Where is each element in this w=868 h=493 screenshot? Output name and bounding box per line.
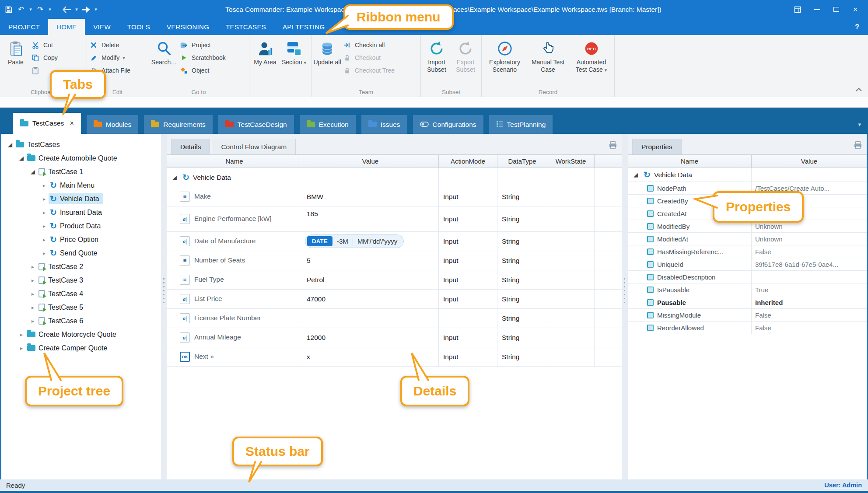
collapse-ribbon-icon[interactable]: [856, 85, 862, 93]
detail-row-license-plate-number[interactable]: a|License Plate Number String: [167, 309, 622, 328]
checkout-tree-button[interactable]: Checkout Tree: [342, 66, 395, 75]
forward-dropdown-icon[interactable]: ▾: [93, 3, 98, 16]
copy-button[interactable]: Copy: [31, 53, 58, 63]
doc-tab-requirements[interactable]: Requirements: [144, 115, 213, 134]
tree-item-send-quote[interactable]: ▸ ↻Send Quote: [1, 246, 161, 260]
cut-button[interactable]: Cut: [31, 40, 58, 50]
import-subset-button[interactable]: Import Subset: [423, 37, 451, 73]
ribbon-tab-versioning[interactable]: VERSIONING: [158, 19, 217, 35]
expander-icon[interactable]: ▸: [40, 196, 49, 202]
tree-item-main-menu[interactable]: ▸ ↻Main Menu: [1, 178, 161, 192]
expander-icon[interactable]: ▸: [40, 182, 49, 189]
expander-icon[interactable]: ▸: [17, 345, 26, 351]
properties-group-row[interactable]: ◢ ↻ Vehicle Data: [628, 168, 867, 182]
checkin-all-button[interactable]: Checkin all: [342, 40, 395, 50]
detail-row-fuel-type[interactable]: ≡Fuel Type Petrol Input String: [167, 270, 622, 290]
exploratory-scenario-button[interactable]: Exploratory Scenario: [483, 37, 526, 73]
tree-item-create-camper-quote[interactable]: ▸ Create Camper Quote: [1, 341, 161, 355]
expander-icon[interactable]: ◢: [17, 155, 26, 161]
property-row-ispausable[interactable]: IsPausable True: [628, 283, 867, 296]
expander-icon[interactable]: ▸: [40, 237, 49, 243]
tree-item-vehicle-data[interactable]: ▸ ↻Vehicle Data: [1, 192, 161, 206]
section-button[interactable]: Section ▾: [280, 37, 308, 66]
detail-row-engine-performance[interactable]: a|Engine Performance [kW] 185 Input Stri…: [167, 206, 622, 232]
property-row-reorderallowed[interactable]: ReorderAllowed False: [628, 322, 867, 334]
ribbon-tab-project[interactable]: PROJECT: [0, 19, 48, 35]
automated-test-case-button[interactable]: REC Automated Test Case ▾: [570, 37, 612, 73]
expander-icon[interactable]: ▸: [17, 332, 26, 338]
doc-tab-configurations[interactable]: Configurations: [413, 115, 483, 134]
goto-project-button[interactable]: Project: [179, 40, 226, 50]
expander-icon[interactable]: ▸: [40, 223, 49, 229]
update-all-button[interactable]: Update all: [313, 37, 341, 66]
tree-item-price-option[interactable]: ▸ ↻Price Option: [1, 233, 161, 246]
export-subset-button[interactable]: Export Subset: [452, 37, 480, 73]
property-row-disableddescription[interactable]: DisabledDescription: [628, 271, 867, 283]
expander-icon[interactable]: ◢: [6, 141, 14, 148]
date-button[interactable]: DATE: [307, 236, 332, 246]
expander-icon[interactable]: ▸: [40, 250, 49, 256]
expander-icon[interactable]: ◢: [28, 168, 37, 175]
detail-row-date-of-manufacture[interactable]: a|Date of Manufacture DATE -3M MM'/'dd'/…: [167, 232, 622, 251]
status-user-link[interactable]: User: Admin: [824, 482, 862, 489]
doc-tab-issues[interactable]: Issues: [361, 115, 407, 134]
print-icon[interactable]: [854, 141, 862, 151]
tree-item-product-data[interactable]: ▸ ↻Product Data: [1, 219, 161, 233]
ribbon-tab-tools[interactable]: TOOLS: [119, 19, 158, 35]
undo-dropdown-icon[interactable]: ▾: [28, 3, 33, 16]
tree-item-create-automobile-quote[interactable]: ◢ Create Automobile Quote: [1, 151, 161, 165]
detail-row-make[interactable]: ≡Make BMW Input String: [167, 187, 622, 206]
back-icon[interactable]: [62, 3, 72, 16]
property-row-modifiedat[interactable]: ModifiedAt Unknown: [628, 233, 867, 245]
property-row-hasmissingreferences[interactable]: HasMissingReferenc... False: [628, 245, 867, 258]
property-row-pausable[interactable]: Pausable Inherited: [628, 296, 867, 309]
tree-item-testcase-5[interactable]: ▸ TestCase 5: [1, 301, 161, 314]
back-dropdown-icon[interactable]: ▾: [74, 3, 79, 16]
details-group-row[interactable]: ◢ ↻ Vehicle Data: [167, 168, 622, 187]
expander-icon[interactable]: ▸: [28, 291, 37, 297]
expander-icon[interactable]: ▸: [28, 264, 37, 270]
modify-button[interactable]: Modify ▾: [89, 53, 130, 63]
tree-item-testcase-6[interactable]: ▸ TestCase 6: [1, 314, 161, 328]
checkout-button[interactable]: Checkout: [342, 53, 395, 63]
detail-row-annual-mileage[interactable]: a|Annual Mileage 12000 Input String: [167, 328, 622, 347]
help-icon[interactable]: ?: [846, 19, 868, 35]
expander-icon[interactable]: ▸: [28, 277, 37, 283]
tree-item-testcase-4[interactable]: ▸ TestCase 4: [1, 287, 161, 301]
ribbon-tab-home[interactable]: HOME: [48, 19, 85, 35]
tab-list-dropdown-icon[interactable]: ▾: [858, 121, 861, 128]
tab-control-flow-diagram[interactable]: Control Flow Diagram: [212, 139, 296, 154]
save-icon[interactable]: [4, 3, 14, 16]
detail-row-next[interactable]: OKNext » x Input String: [167, 347, 622, 367]
expander-icon[interactable]: ▸: [28, 304, 37, 311]
maximize-icon[interactable]: [827, 3, 845, 16]
tab-details[interactable]: Details: [171, 139, 210, 154]
date-widget[interactable]: DATE -3M MM'/'dd'/'yyyy: [305, 234, 404, 248]
forward-icon[interactable]: [81, 3, 91, 16]
detail-row-number-of-seats[interactable]: ≡Number of Seats 5 Input String: [167, 251, 622, 270]
expander-icon[interactable]: ◢: [170, 174, 179, 181]
expander-icon[interactable]: ▸: [28, 318, 37, 324]
ribbon-tab-view[interactable]: VIEW: [85, 19, 119, 35]
layout-icon[interactable]: [788, 3, 807, 16]
doc-tab-testplanning[interactable]: TestPlanning: [489, 115, 553, 134]
ribbon-tab-testcases[interactable]: TESTCASES: [217, 19, 274, 35]
tree-item-testcase-1[interactable]: ◢ TestCase 1: [1, 165, 161, 178]
goto-scratchbook-button[interactable]: Scratchbook: [179, 53, 226, 63]
close-icon[interactable]: ×: [846, 3, 864, 16]
undo-icon[interactable]: ↶: [16, 3, 26, 16]
my-area-button[interactable]: My Area: [251, 37, 279, 66]
property-row-uniqueid[interactable]: UniqueId 39f617e8-6a1d-67e5-0ae4...: [628, 258, 867, 271]
minimize-icon[interactable]: [808, 3, 826, 16]
print-icon[interactable]: [609, 141, 617, 151]
tab-properties[interactable]: Properties: [632, 139, 682, 154]
detail-row-list-price[interactable]: a|List Price 47000 Input String: [167, 290, 622, 309]
manual-test-case-button[interactable]: Manual Test Case: [527, 37, 569, 73]
splitter-left[interactable]: [161, 134, 167, 479]
splitter-right[interactable]: [622, 134, 628, 479]
redo-icon[interactable]: ↷: [35, 3, 46, 16]
tree-item-create-motorcycle-quote[interactable]: ▸ Create Motorcycle Quote: [1, 328, 161, 341]
tree-item-testcase-2[interactable]: ▸ TestCase 2: [1, 260, 161, 273]
tree-item-testcase-3[interactable]: ▸ TestCase 3: [1, 273, 161, 287]
goto-object-button[interactable]: Object: [179, 66, 226, 75]
